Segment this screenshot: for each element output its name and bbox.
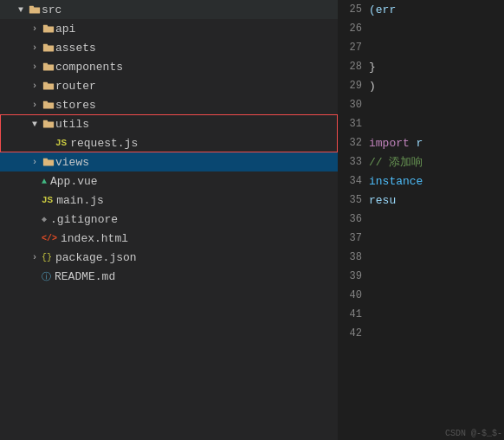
git-icon: ◆ (42, 214, 47, 224)
folder-api-label: api (55, 23, 75, 36)
chevron-pkg: › (28, 250, 42, 264)
line-num-25: 25 (338, 3, 369, 16)
line-content-34: instance (369, 175, 504, 188)
folder-views[interactable]: › views (0, 152, 338, 171)
file-gitignore-label: .gitignore (50, 213, 118, 226)
line-num-38: 38 (338, 251, 369, 263)
chevron-api: › (28, 22, 42, 36)
folder-icon-components (42, 60, 55, 74)
code-line-25: 25 (err (338, 0, 504, 19)
chevron-utils: ▼ (28, 117, 42, 131)
folder-icon-router (42, 79, 55, 93)
file-explorer: ▼ src › api › assets › components › rou (0, 0, 338, 440)
line-num-32: 32 (338, 137, 369, 149)
code-line-37: 37 (338, 229, 504, 248)
line-num-28: 28 (338, 61, 369, 73)
line-num-31: 31 (338, 118, 369, 130)
file-index-html[interactable]: › </> index.html (0, 229, 338, 248)
line-content-28: } (369, 61, 504, 74)
folder-icon-assets (42, 41, 55, 55)
line-content-32: import r (369, 137, 504, 150)
chevron-router: › (28, 79, 42, 93)
utils-group: ▼ utils › JS request.js (0, 114, 338, 152)
pkg-icon: {} (42, 253, 52, 262)
readme-icon: ⓘ (42, 270, 51, 283)
code-line-32: 32 import r (338, 133, 504, 152)
line-num-35: 35 (338, 194, 369, 206)
file-app-vue[interactable]: › ▲ App.vue (0, 171, 338, 191)
code-line-39: 39 (338, 267, 504, 286)
line-num-33: 33 (338, 156, 369, 168)
file-readme-label: README.md (55, 270, 115, 283)
file-main-js-label: main.js (56, 194, 104, 207)
line-num-36: 36 (338, 213, 369, 225)
chevron-assets: › (28, 41, 42, 55)
folder-components[interactable]: › components (0, 57, 338, 76)
line-content-29: ) (369, 80, 504, 93)
code-line-35: 35 resu (338, 191, 504, 210)
html-icon: </> (42, 234, 57, 243)
code-line-29: 29 ) (338, 76, 504, 95)
code-line-42: 42 (338, 324, 504, 343)
file-gitignore[interactable]: › ◆ .gitignore (0, 210, 338, 229)
line-content-25: (err (369, 3, 504, 16)
chevron-components: › (28, 60, 42, 74)
file-index-html-label: index.html (61, 232, 128, 245)
code-editor: 25 (err 26 27 28 } 29 ) 30 (338, 0, 504, 440)
chevron-views: › (28, 155, 42, 169)
code-lines-container: 25 (err 26 27 28 } 29 ) 30 (338, 0, 504, 440)
folder-stores-label: stores (55, 99, 96, 112)
folder-api[interactable]: › api (0, 19, 338, 38)
line-num-40: 40 (338, 289, 369, 301)
code-line-41: 41 (338, 305, 504, 324)
code-line-30: 30 (338, 95, 504, 114)
code-line-40: 40 (338, 286, 504, 305)
line-num-29: 29 (338, 80, 369, 92)
line-num-30: 30 (338, 99, 369, 111)
chevron-stores: › (28, 98, 42, 112)
code-line-36: 36 (338, 210, 504, 229)
vue-icon-app: ▲ (42, 177, 47, 186)
file-main-js[interactable]: › JS main.js (0, 191, 338, 210)
folder-router[interactable]: › router (0, 76, 338, 95)
code-line-28: 28 } (338, 57, 504, 76)
line-num-39: 39 (338, 270, 369, 282)
js-icon-main: JS (42, 195, 53, 205)
folder-assets-label: assets (55, 42, 96, 55)
folder-router-label: router (55, 80, 96, 93)
file-request-js[interactable]: › JS request.js (0, 133, 338, 152)
line-num-27: 27 (338, 42, 369, 54)
folder-icon-stores (42, 98, 55, 112)
chevron-src: ▼ (14, 3, 28, 16)
folder-utils[interactable]: ▼ utils (0, 114, 338, 133)
code-line-34: 34 instance (338, 171, 504, 191)
folder-utils-label: utils (55, 118, 89, 131)
line-content-35: resu (369, 194, 504, 207)
line-num-34: 34 (338, 175, 369, 187)
line-num-41: 41 (338, 308, 369, 320)
folder-icon-api (42, 22, 55, 36)
code-line-38: 38 (338, 248, 504, 267)
folder-src[interactable]: ▼ src (0, 0, 338, 19)
folder-views-label: views (55, 156, 89, 169)
line-num-26: 26 (338, 23, 369, 35)
file-readme[interactable]: › ⓘ README.md (0, 267, 338, 286)
code-line-26: 26 (338, 19, 504, 38)
folder-assets[interactable]: › assets (0, 38, 338, 57)
js-icon-request: JS (55, 138, 67, 148)
folder-icon-utils (42, 117, 55, 131)
code-line-33: 33 // 添加响 (338, 152, 504, 171)
folder-icon-src (28, 3, 42, 16)
file-request-label: request.js (70, 137, 138, 150)
watermark: CSDN @-$_$- (445, 429, 502, 438)
file-app-vue-label: App.vue (50, 175, 98, 188)
folder-package-json[interactable]: › {} package.json (0, 248, 338, 267)
file-package-json-label: package.json (55, 251, 137, 264)
code-line-27: 27 (338, 38, 504, 57)
line-content-33: // 添加响 (369, 154, 504, 170)
folder-stores[interactable]: › stores (0, 95, 338, 114)
folder-components-label: components (55, 61, 123, 74)
code-line-31: 31 (338, 114, 504, 133)
folder-src-label: src (42, 3, 61, 16)
line-num-42: 42 (338, 327, 369, 340)
